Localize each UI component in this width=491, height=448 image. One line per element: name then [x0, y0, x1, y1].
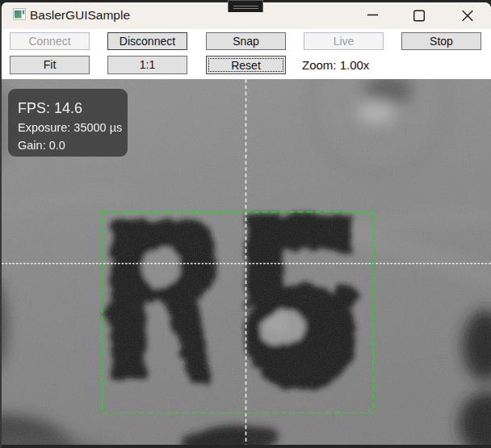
svg-text:Gain: 0.0: Gain: 0.0 — [18, 139, 65, 152]
svg-text:Exposure: 35000 µs: Exposure: 35000 µs — [18, 121, 122, 134]
svg-text:FPS: 14.6: FPS: 14.6 — [18, 100, 82, 116]
